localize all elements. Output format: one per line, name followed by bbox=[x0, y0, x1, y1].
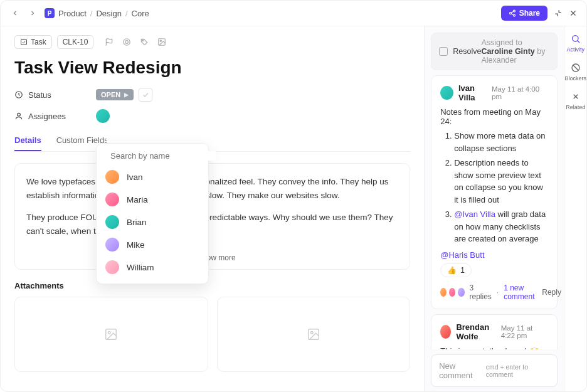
breadcrumb-item[interactable]: Product bbox=[58, 9, 87, 18]
svg-point-8 bbox=[124, 39, 130, 46]
comment-composer[interactable]: New comment cmd + enter to comment bbox=[431, 354, 558, 387]
breadcrumb: P Product / Design / Core bbox=[45, 8, 149, 18]
svg-point-0 bbox=[513, 10, 515, 12]
tab-details[interactable]: Details bbox=[14, 130, 41, 151]
task-type-badge[interactable]: Task bbox=[14, 35, 52, 49]
composer-hint: cmd + enter to comment bbox=[486, 363, 550, 378]
status-field: Status OPEN ▶ bbox=[14, 88, 410, 102]
page-title: Task View Redesign bbox=[14, 58, 410, 78]
chevron-right-icon: ▶ bbox=[124, 92, 129, 98]
breadcrumb-item[interactable]: Core bbox=[132, 9, 149, 18]
share-button[interactable]: Share bbox=[501, 6, 547, 21]
task-key-badge[interactable]: CLK-10 bbox=[57, 35, 94, 49]
nav-forward-icon[interactable] bbox=[27, 8, 38, 19]
mini-avatar bbox=[458, 288, 464, 297]
breadcrumb-item[interactable]: Design bbox=[96, 9, 121, 18]
share-label: Share bbox=[519, 9, 540, 18]
rail-related[interactable]: Related bbox=[566, 92, 585, 110]
comment-time: May 11 at 4:22 pm bbox=[501, 324, 549, 339]
svg-line-24 bbox=[573, 65, 578, 70]
breadcrumb-sep: / bbox=[90, 9, 93, 18]
attachment-placeholder[interactable] bbox=[217, 297, 411, 372]
svg-point-16 bbox=[108, 331, 111, 334]
comment: Ivan Villa May 11 at 4:00 pm Notes from … bbox=[431, 75, 558, 309]
assignee-search-input[interactable] bbox=[110, 151, 216, 161]
assigned-info: Assigned to Caroline Ginty by Alexander bbox=[481, 38, 549, 65]
image-icon[interactable] bbox=[157, 38, 166, 46]
main-panel: Task CLK-10 Task View Redesign Status OP… bbox=[1, 26, 424, 392]
reaction-emoji: 👍 bbox=[447, 266, 457, 275]
assigned-prefix: Assigned to bbox=[481, 38, 522, 47]
comments-list: Ivan Villa May 11 at 4:00 pm Notes from … bbox=[425, 75, 564, 349]
comment-body: This is great, thank you! 🙌 bbox=[440, 346, 548, 350]
rail-activity[interactable]: Activity bbox=[566, 34, 584, 53]
mini-avatar bbox=[449, 288, 455, 297]
rail-blockers[interactable]: Blockers bbox=[564, 63, 586, 82]
attachments-heading: Attachments bbox=[14, 281, 410, 290]
meta-row: Task CLK-10 bbox=[14, 35, 410, 49]
assignee-popover: Ivan Maria Brian Mike William bbox=[96, 143, 209, 284]
assignee-option[interactable]: Brian bbox=[97, 211, 208, 233]
popover-search bbox=[97, 149, 208, 166]
assignee-name: Brian bbox=[127, 218, 147, 227]
tag-icon[interactable] bbox=[140, 38, 149, 46]
assignee-name: Mike bbox=[127, 240, 145, 250]
collapse-icon[interactable] bbox=[554, 9, 563, 18]
comment-author[interactable]: Ivan Villa bbox=[458, 83, 492, 102]
complete-checkbox[interactable] bbox=[139, 88, 152, 102]
avatar bbox=[440, 86, 453, 100]
comments-panel: Resolve Assigned to Caroline Ginty by Al… bbox=[424, 26, 564, 392]
topbar-right: Share bbox=[501, 6, 578, 21]
status-pill[interactable]: OPEN ▶ bbox=[96, 89, 134, 100]
svg-point-9 bbox=[125, 41, 129, 44]
show-more-button[interactable]: Show more bbox=[15, 241, 410, 264]
assignees-field: Assignees bbox=[14, 109, 410, 123]
attachment-placeholder[interactable] bbox=[14, 297, 208, 372]
resolve-checkbox[interactable] bbox=[439, 47, 448, 56]
svg-point-10 bbox=[142, 40, 144, 41]
reaction-pill[interactable]: 👍 1 bbox=[440, 263, 472, 277]
nav-back-icon[interactable] bbox=[9, 8, 21, 19]
topbar-left: P Product / Design / Core bbox=[9, 8, 149, 19]
target-icon[interactable] bbox=[122, 38, 131, 46]
replies-count[interactable]: 3 replies bbox=[470, 283, 492, 301]
description-card: We love typefaces. They give our website… bbox=[14, 163, 410, 270]
assignees-label: Assignees bbox=[28, 112, 66, 121]
flag-icon[interactable] bbox=[105, 38, 114, 46]
assignee-avatar[interactable] bbox=[96, 109, 110, 123]
project-icon: P bbox=[45, 8, 55, 18]
description-paragraph: We love typefaces. They give our website… bbox=[26, 175, 398, 202]
avatar bbox=[105, 170, 119, 184]
mention[interactable]: @Haris Butt bbox=[440, 250, 484, 260]
meta-icons bbox=[105, 38, 166, 46]
assignee-name: Maria bbox=[127, 195, 148, 204]
avatar bbox=[440, 325, 451, 339]
svg-point-18 bbox=[310, 331, 313, 334]
reply-button[interactable]: Reply bbox=[542, 288, 561, 297]
assignee-name: Ivan bbox=[127, 172, 143, 182]
mention[interactable]: @Ivan Villa bbox=[454, 209, 495, 219]
assignee-option[interactable]: Mike bbox=[97, 233, 208, 256]
task-type-label: Task bbox=[31, 38, 46, 46]
svg-point-21 bbox=[572, 36, 578, 41]
tabs: Details Custom Fields bbox=[14, 130, 410, 152]
assignee-option[interactable]: Ivan bbox=[97, 166, 208, 188]
comment: Brendan Wolfe May 11 at 4:22 pm This is … bbox=[431, 314, 558, 350]
svg-point-2 bbox=[513, 14, 515, 16]
rail-label: Blockers bbox=[564, 75, 586, 82]
topbar: P Product / Design / Core Share bbox=[1, 1, 586, 26]
rail-label: Activity bbox=[566, 46, 584, 53]
new-comment-count[interactable]: 1 new comment bbox=[504, 283, 542, 301]
close-icon[interactable] bbox=[569, 9, 578, 18]
description-paragraph: They produce FOUT or FOIT. They render i… bbox=[26, 211, 398, 238]
assignee-option[interactable]: William bbox=[97, 256, 208, 278]
comment-body: Notes from meeting on May 24: Show more … bbox=[440, 107, 548, 260]
assignee-name: William bbox=[127, 263, 154, 272]
mini-avatar bbox=[440, 288, 447, 297]
avatar bbox=[105, 193, 119, 206]
rail-label: Related bbox=[566, 104, 585, 110]
svg-point-12 bbox=[160, 40, 161, 41]
assignee-option[interactable]: Maria bbox=[97, 188, 208, 211]
comment-author[interactable]: Brendan Wolfe bbox=[456, 322, 500, 341]
assigned-user[interactable]: Caroline Ginty bbox=[481, 47, 534, 56]
